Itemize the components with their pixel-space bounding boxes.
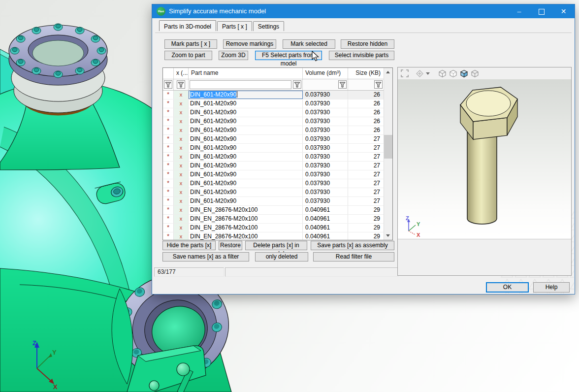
cell-marker[interactable]: *: [163, 197, 174, 205]
table-row[interactable]: *xDIN_601-M20x900.03793027: [163, 188, 384, 197]
cell-name[interactable]: DIN_601-M20x90: [189, 91, 303, 99]
cell-name[interactable]: DIN_601-M20x90: [189, 188, 303, 196]
wireframe-cube-icon[interactable]: [438, 69, 447, 78]
hide-parts-button[interactable]: Hide the parts [x]: [162, 241, 216, 250]
scrollbar-thumb[interactable]: [384, 135, 392, 159]
table-row[interactable]: *xDIN_601-M20x900.03793026: [163, 108, 384, 117]
cell-vol[interactable]: 0.037930: [303, 117, 348, 126]
tab-settings[interactable]: Settings: [253, 21, 284, 31]
only-deleted-button[interactable]: only deleted: [255, 252, 308, 261]
scroll-down-arrow[interactable]: [384, 231, 392, 240]
cell-name[interactable]: DIN_EN_28676-M20x100: [189, 206, 303, 214]
filter-icon[interactable]: [177, 80, 185, 89]
cell-name[interactable]: DIN_601-M20x90: [189, 153, 303, 161]
tab-parts-x[interactable]: Parts [ x ]: [217, 21, 252, 31]
cell-size[interactable]: 26: [348, 108, 384, 117]
cell-marker[interactable]: *: [163, 206, 174, 214]
filter-icon[interactable]: [293, 80, 301, 89]
cell-vol[interactable]: 0.040961: [303, 206, 348, 214]
table-row[interactable]: *xDIN_EN_28676-M20x1000.04096129: [163, 206, 384, 215]
cell-xcol[interactable]: x: [174, 197, 189, 205]
filter-icon[interactable]: [164, 80, 172, 89]
cell-marker[interactable]: *: [163, 179, 174, 188]
cell-xcol[interactable]: x: [174, 206, 189, 214]
table-row[interactable]: *xDIN_601-M20x900.03793026: [163, 126, 384, 135]
restore-button[interactable]: Restore: [219, 241, 242, 250]
remove-markings-button[interactable]: Remove markings: [223, 39, 276, 49]
cell-size[interactable]: 26: [348, 126, 384, 134]
delete-parts-button[interactable]: Delete parts [x] in model: [245, 241, 307, 250]
cell-marker[interactable]: *: [163, 224, 174, 232]
cell-name[interactable]: DIN_601-M20x90: [189, 170, 303, 179]
titlebar[interactable]: Plant Simplify accurate mechanic model –…: [152, 4, 575, 18]
cell-vol[interactable]: 0.037930: [303, 197, 348, 205]
select-invisible-parts-button[interactable]: Select invisible parts: [329, 51, 394, 60]
cell-size[interactable]: 27: [348, 162, 384, 170]
scroll-up-arrow[interactable]: [384, 68, 392, 76]
cell-name[interactable]: DIN_601-M20x90: [189, 179, 303, 188]
table-row[interactable]: *xDIN_601-M20x900.03793026: [163, 99, 384, 108]
cell-name[interactable]: DIN_601-M20x90: [189, 144, 303, 152]
cell-name[interactable]: DIN_601-M20x90: [189, 197, 303, 205]
cell-xcol[interactable]: x: [174, 215, 189, 223]
header-volume[interactable]: Volume (dm³): [303, 68, 348, 79]
cell-name[interactable]: DIN_EN_28676-M20x100: [189, 215, 303, 223]
tab-parts-in-3d-model[interactable]: Parts in 3D-model: [159, 20, 216, 31]
cell-size[interactable]: 27: [348, 170, 384, 179]
cell-xcol[interactable]: x: [174, 153, 189, 161]
save-names-filter-button[interactable]: Save names [x] as a filter: [162, 252, 249, 261]
cell-marker[interactable]: *: [163, 170, 174, 179]
cell-marker[interactable]: *: [163, 91, 174, 99]
cell-size[interactable]: 26: [348, 117, 384, 126]
cell-size[interactable]: 27: [348, 153, 384, 161]
cell-vol[interactable]: 0.037930: [303, 135, 348, 143]
cell-vol[interactable]: 0.037930: [303, 162, 348, 170]
cell-name[interactable]: DIN_EN_28676-M20x100: [189, 232, 303, 240]
header-x[interactable]: x (...: [174, 68, 189, 79]
cell-marker[interactable]: *: [163, 232, 174, 240]
zoom-fit-icon[interactable]: [400, 69, 409, 78]
cell-marker[interactable]: *: [163, 153, 174, 161]
part-name-filter-input[interactable]: [190, 80, 291, 89]
help-button[interactable]: Help: [533, 282, 570, 293]
table-row[interactable]: *xDIN_EN_28676-M20x1000.04096129: [163, 215, 384, 224]
cell-name[interactable]: DIN_EN_28676-M20x100: [189, 224, 303, 232]
cell-xcol[interactable]: x: [174, 135, 189, 143]
header-part-name[interactable]: Part name: [189, 68, 303, 79]
filter-icon[interactable]: [338, 80, 347, 89]
header-marker[interactable]: [163, 68, 174, 79]
cell-marker[interactable]: *: [163, 188, 174, 196]
cell-xcol[interactable]: x: [174, 144, 189, 152]
cell-name[interactable]: DIN_601-M20x90: [189, 99, 303, 108]
cell-vol[interactable]: 0.037930: [303, 144, 348, 152]
cell-marker[interactable]: *: [163, 144, 174, 152]
zoom-to-part-button[interactable]: Zoom to part: [164, 51, 212, 60]
origin-center-icon[interactable]: [416, 70, 423, 77]
mark-selected-button[interactable]: Mark selected: [283, 39, 335, 49]
cell-marker[interactable]: *: [163, 99, 174, 108]
cell-size[interactable]: 27: [348, 188, 384, 196]
shaded-cube-icon[interactable]: [460, 69, 468, 78]
cell-name[interactable]: DIN_601-M20x90: [189, 135, 303, 143]
cell-size[interactable]: 27: [348, 144, 384, 152]
cell-marker[interactable]: *: [163, 135, 174, 143]
cell-xcol[interactable]: x: [174, 117, 189, 126]
cell-vol[interactable]: 0.037930: [303, 188, 348, 196]
table-row[interactable]: *xDIN_601-M20x900.03793027: [163, 179, 384, 188]
cell-marker[interactable]: *: [163, 117, 174, 126]
cell-xcol[interactable]: x: [174, 188, 189, 196]
cell-size[interactable]: 27: [348, 135, 384, 143]
cell-size[interactable]: 26: [348, 91, 384, 99]
cell-name[interactable]: DIN_601-M20x90: [189, 126, 303, 134]
table-row[interactable]: *xDIN_EN_28676-M20x1000.04096129: [163, 232, 384, 240]
read-filter-file-button[interactable]: Read filter file: [313, 252, 394, 261]
cell-size[interactable]: 29: [348, 232, 384, 240]
cell-name[interactable]: DIN_601-M20x90: [189, 108, 303, 117]
cell-xcol[interactable]: x: [174, 232, 189, 240]
cell-size[interactable]: 29: [348, 206, 384, 214]
close-button[interactable]: ✕: [552, 4, 575, 18]
cell-marker[interactable]: *: [163, 215, 174, 223]
cell-xcol[interactable]: x: [174, 99, 189, 108]
cell-vol[interactable]: 0.040961: [303, 215, 348, 223]
transparent-cube-icon[interactable]: [471, 69, 479, 78]
